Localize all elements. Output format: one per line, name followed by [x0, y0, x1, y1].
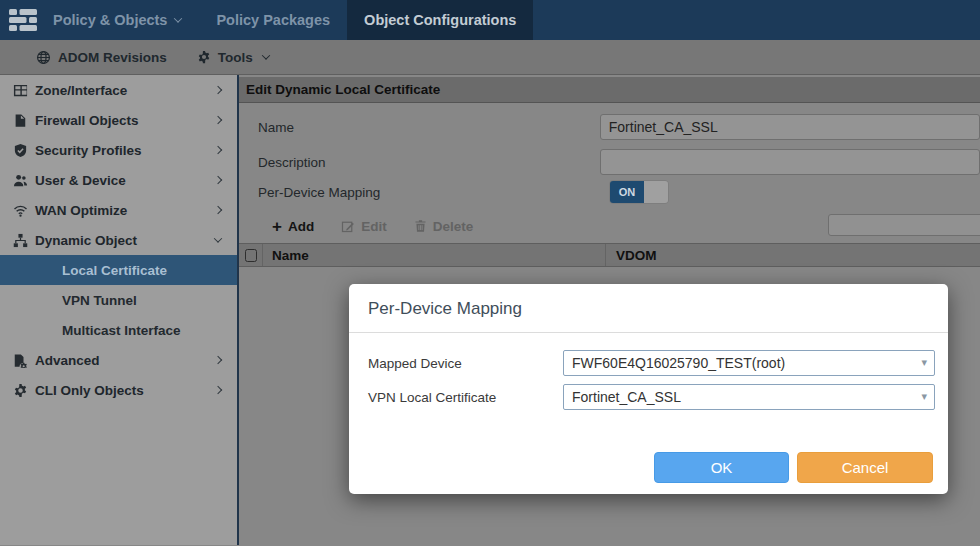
ok-button[interactable]: OK [654, 452, 789, 483]
chevron-down-icon [214, 234, 222, 242]
delete-button[interactable]: Delete [414, 219, 474, 234]
per-device-mapping-toggle[interactable]: ON [609, 180, 669, 204]
adom-revisions-button[interactable]: ADOM Revisions [36, 50, 167, 65]
sidebar-item-label: Zone/Interface [35, 83, 215, 98]
secondary-toolbar: ADOM Revisions Tools [0, 40, 980, 75]
sidebar-subitem-label: Local Certificate [62, 263, 167, 278]
description-input[interactable] [600, 149, 980, 175]
mapped-device-row: Mapped Device FWF60E4Q16025790_TEST(root… [368, 350, 948, 376]
sidebar-item-security-profiles[interactable]: Security Profiles [0, 135, 237, 165]
sidebar-item-label: Security Profiles [35, 143, 215, 158]
cancel-button-label: Cancel [842, 459, 889, 476]
sidebar-item-firewall-objects[interactable]: Firewall Objects [0, 105, 237, 135]
sitemap-icon [12, 232, 28, 248]
add-button-label: Add [288, 219, 314, 234]
sidebar-item-label: CLI Only Objects [35, 383, 215, 398]
sidebar-item-advanced[interactable]: Advanced [0, 345, 237, 375]
per-device-mapping-row: Per-Device Mapping ON [239, 180, 980, 204]
sidebar-subitem-label: Multicast Interface [62, 323, 181, 338]
list-toolbar: + Add Edit Delete [239, 213, 980, 239]
adom-revisions-label: ADOM Revisions [58, 50, 167, 65]
fortinet-logo [0, 0, 49, 40]
tools-gear-icon [197, 50, 211, 64]
sidebar-item-label: User & Device [35, 173, 215, 188]
nav-menu-policy-objects[interactable]: Policy & Objects [49, 0, 199, 40]
chevron-right-icon [214, 146, 222, 154]
tools-label: Tools [218, 50, 253, 65]
sidebar-item-local-certificate[interactable]: Local Certificate [0, 255, 237, 285]
edit-form: Name Description Per-Device Mapping ON [239, 103, 980, 204]
add-button[interactable]: + Add [272, 218, 314, 235]
chevron-right-icon [214, 386, 222, 394]
cancel-button[interactable]: Cancel [797, 452, 933, 483]
document-icon [12, 112, 28, 128]
tab-label: Policy Packages [216, 12, 330, 28]
chevron-down-icon [174, 14, 182, 22]
select-all-checkbox[interactable] [245, 249, 257, 262]
document-gear-icon [12, 352, 28, 368]
description-row: Description [239, 149, 980, 175]
sidebar-item-vpn-tunnel[interactable]: VPN Tunnel [0, 285, 237, 315]
page-title-bar: Edit Dynamic Local Certificate [239, 77, 980, 103]
plus-icon: + [272, 218, 282, 235]
vpn-local-certificate-select[interactable]: Fortinet_CA_SSL ▾ [563, 384, 935, 410]
per-device-mapping-label: Per-Device Mapping [239, 185, 609, 200]
nav-menu-label: Policy & Objects [53, 12, 167, 28]
user-icon [12, 172, 28, 188]
toggle-knob [644, 181, 668, 203]
column-label: VDOM [616, 248, 657, 263]
edit-button[interactable]: Edit [341, 219, 387, 234]
toggle-on-label: ON [610, 181, 644, 203]
sidebar-item-label: Dynamic Object [35, 233, 215, 248]
edit-button-label: Edit [361, 219, 387, 234]
zone-grid-icon [12, 82, 28, 98]
select-all-cell [239, 244, 263, 266]
sidebar-item-label: WAN Optimize [35, 203, 215, 218]
sidebar-item-zone-interface[interactable]: Zone/Interface [0, 75, 237, 105]
tab-policy-packages[interactable]: Policy Packages [199, 0, 347, 40]
chevron-down-icon [262, 51, 270, 59]
name-input[interactable] [600, 114, 980, 140]
gear-icon [12, 382, 28, 398]
mapped-device-value: FWF60E4Q16025790_TEST(root) [572, 355, 785, 371]
sidebar-item-wan-optimize[interactable]: WAN Optimize [0, 195, 237, 225]
edit-pencil-icon [341, 219, 355, 233]
tab-object-configurations[interactable]: Object Configurations [347, 0, 533, 40]
chevron-right-icon [214, 356, 222, 364]
sidebar-item-dynamic-object[interactable]: Dynamic Object [0, 225, 237, 255]
vpn-local-certificate-row: VPN Local Certificate Fortinet_CA_SSL ▾ [368, 384, 948, 410]
column-label: Name [272, 248, 309, 263]
tools-menu-button[interactable]: Tools [197, 50, 269, 65]
name-label: Name [239, 120, 600, 135]
page-title: Edit Dynamic Local Certificate [246, 82, 440, 97]
ok-button-label: OK [711, 459, 733, 476]
chevron-right-icon [214, 116, 222, 124]
trash-icon [414, 219, 427, 233]
chevron-right-icon [214, 206, 222, 214]
column-header-name[interactable]: Name [263, 244, 606, 266]
vpn-local-certificate-label: VPN Local Certificate [368, 390, 563, 405]
delete-button-label: Delete [433, 219, 474, 234]
dialog-title: Per-Device Mapping [349, 284, 948, 333]
mapped-device-select[interactable]: FWF60E4Q16025790_TEST(root) ▾ [563, 350, 935, 376]
sidebar-item-user-device[interactable]: User & Device [0, 165, 237, 195]
name-row: Name [239, 114, 980, 140]
sidebar: Zone/Interface Firewall Objects Security… [0, 75, 237, 545]
description-label: Description [239, 155, 600, 170]
chevron-right-icon [214, 176, 222, 184]
chevron-right-icon [214, 86, 222, 94]
table-header: Name VDOM [239, 243, 980, 267]
mapped-device-label: Mapped Device [368, 356, 563, 371]
sidebar-item-cli-only-objects[interactable]: CLI Only Objects [0, 375, 237, 405]
search-input[interactable] [828, 214, 980, 236]
sidebar-item-label: Advanced [35, 353, 215, 368]
shield-icon [12, 142, 28, 158]
sidebar-subitem-label: VPN Tunnel [62, 293, 137, 308]
top-navbar: Policy & Objects Policy Packages Object … [0, 0, 980, 40]
column-header-vdom[interactable]: VDOM [606, 248, 980, 263]
dialog-body: Mapped Device FWF60E4Q16025790_TEST(root… [349, 333, 948, 410]
sidebar-item-multicast-interface[interactable]: Multicast Interface [0, 315, 237, 345]
caret-down-icon: ▾ [921, 356, 927, 369]
vpn-local-certificate-value: Fortinet_CA_SSL [572, 389, 681, 405]
sidebar-item-label: Firewall Objects [35, 113, 215, 128]
